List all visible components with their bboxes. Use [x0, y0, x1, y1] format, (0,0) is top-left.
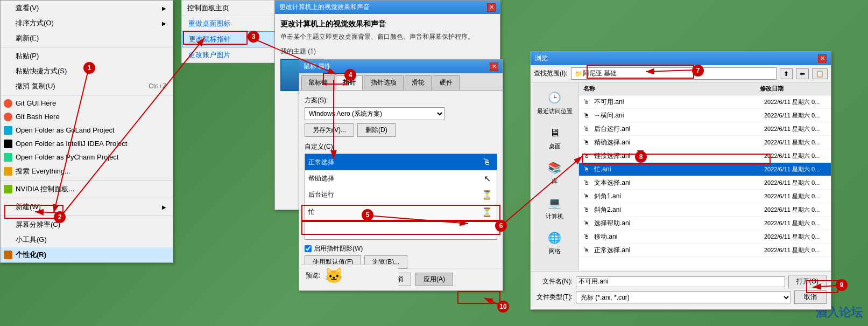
apply-btn[interactable]: 应用(A) [415, 273, 453, 286]
menu-item-sort[interactable]: 排序方式(O) ▶ [1, 16, 173, 31]
network-icon: 🌐 [546, 229, 563, 246]
cursor-item-help[interactable]: 帮助选择 ↖ [305, 170, 497, 186]
col-date: 修改日期 [756, 84, 831, 94]
file-row-11[interactable]: 🖱 正常选择.ani 2022/6/11 星期六 0... [579, 244, 831, 257]
file-name-7: 斜角1.ani [594, 192, 764, 201]
theme-window-close-btn[interactable]: ✕ [487, 3, 496, 12]
annotation-circle-1: 1 [83, 62, 95, 74]
filetype-label: 文件类型(T): [535, 293, 573, 302]
tab-hardware[interactable]: 硬件 [433, 75, 460, 90]
mouse-dialog-close-btn[interactable]: ✕ [490, 63, 498, 71]
sidebar-library[interactable]: 📚 库 [533, 157, 576, 188]
sidebar-network[interactable]: 🌐 网络 [533, 227, 576, 258]
file-name-0: 不可用.ani [594, 98, 764, 107]
file-icon-11: 🖱 [581, 245, 592, 255]
nav-back-btn[interactable]: ⬅ [796, 68, 809, 79]
filetype-select[interactable]: 光标 (*.ani, *.cur) [576, 292, 791, 303]
file-icon-5: 🖱 [581, 164, 592, 175]
shadow-checkbox[interactable] [305, 245, 312, 252]
menu-item-nvidia[interactable]: NVIDIA 控制面板... [1, 182, 173, 197]
cp-link-mouse-pointer[interactable]: 更改鼠标指针 [182, 31, 280, 47]
file-icon-7: 🖱 [581, 191, 592, 202]
cursor-item-background[interactable]: 后台运行 ⏳ [305, 186, 497, 203]
file-row-7[interactable]: 🖱 斜角1.ani 2022/6/11 星期六 0... [579, 190, 831, 203]
cursor-icon-background: ⏳ [481, 188, 493, 201]
personalize-icon [4, 251, 12, 259]
sidebar-computer[interactable]: 💻 计算机 [533, 192, 576, 223]
control-panel-home[interactable]: 控制面板主页 [182, 1, 280, 16]
location-box[interactable]: 📁 阿尼亚 基础 [571, 67, 777, 80]
cursor-name-help: 帮助选择 [308, 174, 334, 183]
scheme-select[interactable]: Windows Aero (系统方案) [305, 107, 444, 120]
menu-item-git-gui[interactable]: Git GUI Here [1, 96, 173, 110]
file-row-8[interactable]: 🖱 斜角2.ani 2022/6/11 星期六 0... [579, 203, 831, 217]
sidebar-desktop[interactable]: 🖥 桌面 [533, 122, 576, 152]
cursor-item-normal[interactable]: 正常选择 🖱 [305, 154, 497, 170]
pycharm-icon [4, 153, 12, 162]
menu-item-pycharm[interactable]: Open Folder as PyCharm Project [1, 150, 173, 164]
file-name-3: 精确选择.ani [594, 138, 764, 147]
menu-item-undo[interactable]: 撤消 复制(U) Ctrl+Z [1, 79, 173, 94]
sidebar-recent[interactable]: 🕒 最近访问位置 [533, 87, 576, 117]
open-btn[interactable]: 打开(O) [788, 275, 827, 288]
tab-scroll[interactable]: 滑轮 [405, 75, 432, 90]
library-icon: 📚 [546, 159, 563, 176]
menu-item-goland[interactable]: Open Folder as GoLand Project [1, 123, 173, 137]
preview-cursor-image: 🐱 [324, 267, 343, 285]
menu-item-new[interactable]: 新建(W) ▶ [1, 199, 173, 214]
file-cancel-btn[interactable]: 取消 [794, 290, 827, 304]
menu-item-paste[interactable]: 粘贴(P) [1, 48, 173, 64]
file-row-6[interactable]: 🖱 文本选择.ani 2022/6/11 星期六 0... [579, 176, 831, 190]
cp-link-desktop-icons[interactable]: 重做桌面图标 [182, 16, 280, 31]
menu-item-refresh[interactable]: 刷新(E) [1, 31, 173, 46]
save-as-btn[interactable]: 另存为(V)... [305, 123, 354, 137]
file-icon-8: 🖱 [581, 204, 592, 215]
file-name-4: 链接选择.ani [594, 151, 764, 161]
cursor-item-busy[interactable]: 忙 ⏳ [305, 203, 497, 220]
file-date-7: 2022/6/11 星期六 0... [764, 192, 829, 200]
file-icon-4: 🖱 [581, 150, 592, 161]
file-row-4[interactable]: 🖱 链接选择.ani 2022/6/11 星期六 0... [579, 149, 831, 163]
file-date-11: 2022/6/11 星期六 0... [764, 246, 829, 254]
shadow-label: 启用指针阴影(W) [314, 244, 363, 253]
tab-pointer-options[interactable]: 指针选项 [364, 75, 404, 90]
menu-item-resolution[interactable]: 屏幕分辨率(C) [1, 217, 173, 232]
annotation-circle-9: 9 [836, 279, 848, 291]
filename-input[interactable] [576, 276, 785, 287]
location-text: 阿尼亚 基础 [583, 69, 617, 78]
menu-item-git-bash[interactable]: Git Bash Here [1, 110, 173, 123]
file-list-header: 名称 修改日期 [579, 82, 831, 95]
cp-link-account-photo[interactable]: 更改账户图片 [182, 47, 280, 63]
file-date-6: 2022/6/11 星期六 0... [764, 179, 829, 187]
file-row-1[interactable]: 🖱 ↔横问.ani 2022/6/11 星期六 0... [579, 109, 831, 122]
file-dialog-close-btn[interactable]: ✕ [818, 54, 827, 63]
menu-item-intellij[interactable]: Open Folder as IntelliJ IDEA Project [1, 137, 173, 150]
file-row-0[interactable]: 🖱 不可用.ani 2022/6/11 星期六 0... [579, 95, 831, 109]
menu-item-everything[interactable]: 搜索 Everything... [1, 164, 173, 179]
delete-btn[interactable]: 删除(D) [357, 123, 396, 137]
file-row-9[interactable]: 🖱 选择帮助.ani 2022/6/11 星期六 0... [579, 217, 831, 230]
preview-label: 预览: [306, 271, 320, 280]
location-value: 📁 [575, 70, 583, 78]
customize-label: 自定义(C): [305, 142, 497, 151]
menu-item-personalize[interactable]: 个性化(R) [1, 247, 173, 262]
file-dialog-footer: 文件名(N): 打开(O) 文件类型(T): 光标 (*.ani, *.cur)… [531, 271, 831, 309]
file-row-10[interactable]: 🖱 移动.ani 2022/6/11 星期六 0... [579, 230, 831, 244]
menu-item-view[interactable]: 查看(V) ▶ [1, 1, 173, 16]
file-row-2[interactable]: 🖱 后台运行.ani 2022/6/11 星期六 0... [579, 122, 831, 136]
file-date-4: 2022/6/11 星期六 0... [764, 152, 829, 160]
file-row-5[interactable]: 🖱 忙.ani 2022/6/11 星期六 0... [579, 163, 831, 176]
file-row-3[interactable]: 🖱 精确选择.ani 2022/6/11 星期六 0... [579, 136, 831, 149]
file-icon-1: 🖱 [581, 110, 592, 121]
cursor-name-normal: 正常选择 [308, 158, 334, 167]
view-btn[interactable]: 📋 [812, 68, 828, 79]
nav-up-btn[interactable]: ⬆ [780, 68, 793, 79]
annotation-circle-3: 3 [248, 31, 259, 43]
annotation-circle-4: 4 [344, 69, 356, 81]
tab-mouse-keys[interactable]: 鼠标键 [301, 75, 335, 90]
menu-item-gadgets[interactable]: 小工具(G) [1, 232, 173, 247]
cursor-list[interactable]: 正常选择 🖱 帮助选择 ↖ 后台运行 ⏳ 忙 ⏳ [305, 154, 497, 240]
mouse-dialog-content: 方案(S): Windows Aero (系统方案) 另存为(V)... 删除(… [299, 91, 503, 288]
git-icon [4, 99, 12, 108]
everything-icon [4, 167, 12, 176]
